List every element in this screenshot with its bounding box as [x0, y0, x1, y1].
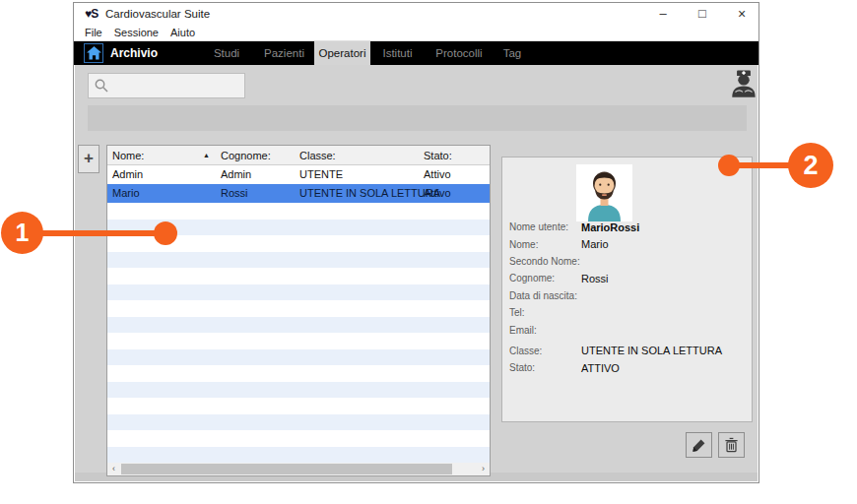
nav-section-archivio[interactable]: Archivio: [110, 46, 158, 60]
tab-tag[interactable]: Tag: [495, 41, 529, 65]
tab-studi[interactable]: Studi: [199, 41, 254, 65]
menu-bar: FileSessioneAiuto: [74, 25, 758, 41]
app-logo-icon: ♥S: [85, 7, 98, 21]
annotation-2-marker: 2: [788, 143, 833, 188]
tab-operatori[interactable]: Operatori: [314, 41, 370, 65]
field-value: ATTIVO: [581, 362, 620, 374]
column-header-nome[interactable]: Nome:: [112, 146, 144, 165]
field-label: Nome utente:: [509, 221, 581, 232]
annotation-1-dot: [154, 221, 177, 245]
detail-fields: Nome utente:MarioRossiNome:MarioSecondo …: [509, 219, 748, 377]
field-value: Mario: [581, 238, 609, 250]
window-controls: – □ ×: [656, 3, 749, 25]
empty-row: [107, 382, 490, 399]
detail-field-row: Email:: [509, 321, 748, 338]
scrollbar-thumb[interactable]: [121, 464, 452, 474]
field-label: Secondo Nome:: [509, 256, 581, 267]
column-header-stato[interactable]: Stato:: [424, 146, 452, 165]
delete-operator-button[interactable]: [718, 432, 745, 458]
annotation-2-dot: [718, 155, 740, 176]
table-row-mario[interactable]: MarioRossiUTENTE IN SOLA LETTURAAttivo: [107, 184, 490, 203]
field-label: Cognome:: [509, 273, 581, 284]
field-label: Data di nascita:: [509, 290, 581, 301]
cell-cognome: Rossi: [221, 184, 248, 203]
detail-field-row: Nome:Mario: [509, 235, 748, 252]
detail-field-row: Secondo Nome:: [509, 253, 748, 270]
cell-classe: UTENTE IN SOLA LETTURA: [299, 184, 440, 203]
tab-pazienti[interactable]: Pazienti: [256, 41, 312, 65]
home-button[interactable]: [84, 43, 103, 63]
annotation-1-line: [30, 230, 167, 236]
minimize-button[interactable]: –: [656, 3, 670, 25]
search-box: [88, 73, 245, 98]
maximize-button[interactable]: □: [695, 3, 709, 25]
edit-operator-button[interactable]: [686, 432, 712, 458]
scroll-right-arrow[interactable]: ›: [477, 463, 490, 475]
app-window: ♥S Cardiovascular Suite – □ × FileSessio…: [73, 2, 759, 483]
field-label: Email:: [509, 325, 581, 336]
empty-row: [107, 365, 490, 382]
add-operator-button[interactable]: +: [78, 145, 99, 173]
field-label: Nome:: [509, 239, 581, 250]
menu-item-sessione[interactable]: Sessione: [108, 27, 165, 38]
field-value: UTENTE IN SOLA LETTURA: [581, 345, 722, 356]
toolbar-strip: [88, 105, 747, 131]
empty-row: [107, 398, 490, 414]
operator-profile-icon[interactable]: [730, 69, 758, 100]
field-value: Rossi: [581, 273, 609, 284]
empty-row: [107, 333, 490, 349]
sort-ascending-icon: ▲: [203, 146, 210, 165]
detail-field-row: Nome utente:MarioRossi: [509, 219, 748, 235]
table-row-admin[interactable]: AdminAdminUTENTEAttivo: [107, 165, 490, 184]
field-label: Tel:: [509, 307, 581, 318]
empty-row: [107, 203, 490, 220]
avatar: [576, 164, 632, 221]
column-header-classe[interactable]: Classe:: [299, 146, 336, 165]
table-header-row: ▲ Nome:Cognome:Classe:Stato:: [107, 146, 490, 165]
annotation-1-marker: 1: [1, 212, 43, 254]
operator-detail-panel: Nome utente:MarioRossiNome:MarioSecondo …: [501, 157, 753, 422]
search-icon: [95, 79, 108, 93]
cell-nome: Admin: [112, 165, 143, 184]
detail-field-row: Data di nascita:: [509, 287, 748, 304]
detail-field-row: Classe:UTENTE IN SOLA LETTURA: [509, 343, 748, 359]
empty-row: [107, 252, 490, 269]
empty-row: [107, 268, 490, 284]
empty-row: [107, 349, 490, 366]
home-icon: [87, 46, 101, 60]
empty-row: [107, 430, 490, 447]
scroll-left-arrow[interactable]: ‹: [107, 463, 120, 475]
trash-icon: [724, 437, 739, 453]
field-label: Classe:: [509, 346, 581, 356]
cell-stato: Attivo: [424, 165, 451, 184]
detail-field-row: Stato:ATTIVO: [509, 359, 748, 376]
close-button[interactable]: ×: [735, 3, 749, 25]
cell-classe: UTENTE: [299, 165, 343, 184]
menu-item-aiuto[interactable]: Aiuto: [165, 27, 201, 38]
column-header-cognome[interactable]: Cognome:: [221, 146, 271, 165]
cell-cognome: Admin: [221, 165, 251, 184]
cell-nome: Mario: [112, 184, 140, 203]
window-title: Cardiovascular Suite: [105, 8, 210, 20]
screenshot-canvas: ♥S Cardiovascular Suite – □ × FileSessio…: [0, 0, 857, 504]
detail-field-row: Cognome:Rossi: [509, 270, 748, 286]
tab-istituti[interactable]: Istituti: [374, 41, 421, 65]
operators-table: ▲ Nome:Cognome:Classe:Stato: AdminAdminU…: [106, 145, 491, 476]
empty-row: [107, 300, 490, 317]
detail-field-row: Tel:: [509, 304, 748, 321]
pencil-icon: [692, 438, 706, 453]
menu-item-file[interactable]: File: [79, 27, 108, 38]
tab-protocolli[interactable]: Protocolli: [427, 41, 492, 65]
empty-row: [107, 317, 490, 334]
empty-row: [107, 414, 490, 431]
search-input[interactable]: [108, 80, 231, 92]
cell-stato: Attivo: [424, 184, 451, 203]
empty-row: [107, 447, 490, 464]
field-label: Stato:: [509, 362, 581, 373]
empty-row: [107, 284, 490, 301]
horizontal-scrollbar[interactable]: ‹ ›: [107, 463, 490, 475]
content-area: + ▲ Nome:Cognome:Classe:Stato: AdminAdmi…: [75, 65, 758, 481]
title-bar: ♥S Cardiovascular Suite – □ ×: [74, 3, 758, 25]
field-value: MarioRossi: [581, 221, 639, 233]
nav-bar: Archivio StudiPazientiOperatoriIstitutiP…: [74, 41, 758, 65]
